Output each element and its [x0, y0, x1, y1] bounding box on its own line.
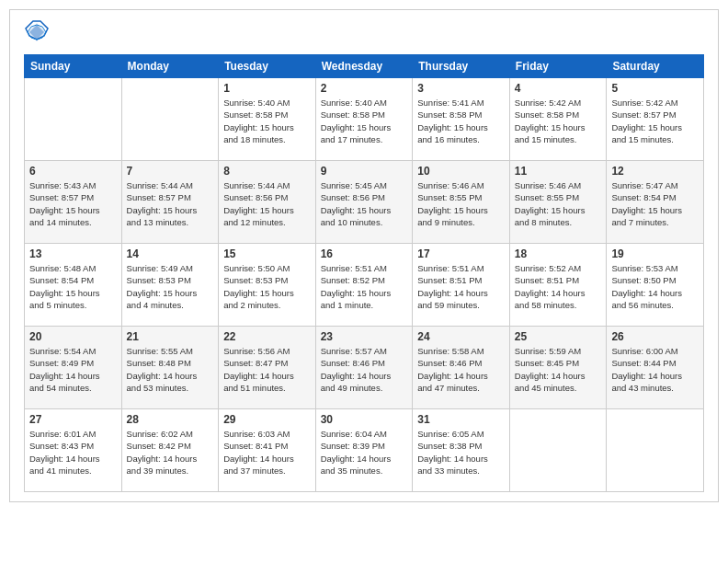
day-number: 2	[321, 82, 408, 95]
calendar-cell: 23Sunrise: 5:57 AMSunset: 8:46 PMDayligh…	[315, 327, 413, 409]
cell-sun-info: Sunrise: 5:51 AMSunset: 8:52 PMDaylight:…	[321, 262, 408, 311]
cell-sun-info: Sunrise: 5:41 AMSunset: 8:58 PMDaylight:…	[417, 97, 505, 145]
calendar-cell: 20Sunrise: 5:54 AMSunset: 8:49 PMDayligh…	[25, 327, 122, 409]
cell-sun-info: Sunrise: 5:44 AMSunset: 8:56 PMDaylight:…	[223, 179, 311, 228]
cell-sun-info: Sunrise: 5:53 AMSunset: 8:50 PMDaylight:…	[611, 262, 699, 311]
calendar-cell	[509, 409, 607, 492]
day-number: 25	[515, 330, 602, 343]
cell-sun-info: Sunrise: 5:55 AMSunset: 8:48 PMDaylight:…	[127, 345, 214, 394]
cell-sun-info: Sunrise: 5:40 AMSunset: 8:58 PMDaylight:…	[223, 97, 311, 145]
calendar-page: Sunday Monday Tuesday Wednesday Thursday…	[9, 9, 719, 502]
day-number: 7	[127, 165, 214, 178]
calendar-cell: 1Sunrise: 5:40 AMSunset: 8:58 PMDaylight…	[219, 78, 316, 161]
cell-sun-info: Sunrise: 5:49 AMSunset: 8:53 PMDaylight:…	[127, 262, 214, 311]
calendar-cell: 29Sunrise: 6:03 AMSunset: 8:41 PMDayligh…	[219, 409, 316, 492]
cell-sun-info: Sunrise: 5:58 AMSunset: 8:46 PMDaylight:…	[417, 345, 505, 394]
calendar-cell: 25Sunrise: 5:59 AMSunset: 8:45 PMDayligh…	[509, 327, 607, 409]
calendar-cell: 4Sunrise: 5:42 AMSunset: 8:58 PMDaylight…	[509, 78, 607, 161]
day-number: 30	[321, 413, 408, 426]
col-tuesday: Tuesday	[219, 55, 316, 78]
calendar-cell: 31Sunrise: 6:05 AMSunset: 8:38 PMDayligh…	[413, 409, 510, 492]
calendar-cell: 19Sunrise: 5:53 AMSunset: 8:50 PMDayligh…	[607, 244, 704, 327]
calendar-cell	[607, 409, 704, 492]
calendar-cell: 21Sunrise: 5:55 AMSunset: 8:48 PMDayligh…	[121, 327, 219, 409]
calendar-cell	[121, 78, 219, 161]
day-number: 28	[127, 413, 214, 426]
day-number: 19	[611, 247, 699, 260]
day-number: 9	[321, 165, 408, 178]
calendar-cell: 30Sunrise: 6:04 AMSunset: 8:39 PMDayligh…	[315, 409, 413, 492]
calendar-week-3: 13Sunrise: 5:48 AMSunset: 8:54 PMDayligh…	[25, 244, 704, 327]
calendar-week-2: 6Sunrise: 5:43 AMSunset: 8:57 PMDaylight…	[25, 161, 704, 244]
calendar-cell: 3Sunrise: 5:41 AMSunset: 8:58 PMDaylight…	[413, 78, 510, 161]
cell-sun-info: Sunrise: 5:47 AMSunset: 8:54 PMDaylight:…	[611, 179, 699, 228]
calendar-cell	[25, 78, 122, 161]
day-number: 8	[223, 165, 311, 178]
cell-sun-info: Sunrise: 5:42 AMSunset: 8:58 PMDaylight:…	[515, 97, 602, 145]
calendar-cell: 14Sunrise: 5:49 AMSunset: 8:53 PMDayligh…	[121, 244, 219, 327]
cell-sun-info: Sunrise: 5:51 AMSunset: 8:51 PMDaylight:…	[417, 262, 505, 311]
day-number: 26	[611, 330, 699, 343]
day-number: 24	[417, 330, 505, 343]
calendar-cell: 13Sunrise: 5:48 AMSunset: 8:54 PMDayligh…	[25, 244, 122, 327]
cell-sun-info: Sunrise: 5:57 AMSunset: 8:46 PMDaylight:…	[321, 345, 408, 394]
logo-icon	[24, 19, 50, 45]
cell-sun-info: Sunrise: 6:01 AMSunset: 8:43 PMDaylight:…	[29, 428, 117, 477]
day-number: 10	[417, 165, 505, 178]
calendar-cell: 8Sunrise: 5:44 AMSunset: 8:56 PMDaylight…	[219, 161, 316, 244]
day-number: 6	[29, 165, 117, 178]
calendar-cell: 2Sunrise: 5:40 AMSunset: 8:58 PMDaylight…	[315, 78, 413, 161]
day-number: 15	[223, 247, 311, 260]
calendar-cell: 27Sunrise: 6:01 AMSunset: 8:43 PMDayligh…	[25, 409, 122, 492]
cell-sun-info: Sunrise: 5:42 AMSunset: 8:57 PMDaylight:…	[611, 97, 699, 145]
col-wednesday: Wednesday	[315, 55, 413, 78]
day-number: 16	[321, 247, 408, 260]
day-number: 12	[611, 165, 699, 178]
cell-sun-info: Sunrise: 5:40 AMSunset: 8:58 PMDaylight:…	[321, 97, 408, 145]
calendar-week-5: 27Sunrise: 6:01 AMSunset: 8:43 PMDayligh…	[25, 409, 704, 492]
calendar-cell: 17Sunrise: 5:51 AMSunset: 8:51 PMDayligh…	[413, 244, 510, 327]
day-number: 18	[515, 247, 602, 260]
day-number: 17	[417, 247, 505, 260]
day-number: 31	[417, 413, 505, 426]
cell-sun-info: Sunrise: 5:43 AMSunset: 8:57 PMDaylight:…	[29, 179, 117, 228]
calendar-cell: 22Sunrise: 5:56 AMSunset: 8:47 PMDayligh…	[219, 327, 316, 409]
day-number: 20	[29, 330, 117, 343]
cell-sun-info: Sunrise: 5:48 AMSunset: 8:54 PMDaylight:…	[29, 262, 117, 311]
cell-sun-info: Sunrise: 6:05 AMSunset: 8:38 PMDaylight:…	[417, 428, 505, 477]
calendar-table: Sunday Monday Tuesday Wednesday Thursday…	[24, 54, 704, 492]
calendar-week-1: 1Sunrise: 5:40 AMSunset: 8:58 PMDaylight…	[25, 78, 704, 161]
header-row: Sunday Monday Tuesday Wednesday Thursday…	[25, 55, 704, 78]
day-number: 13	[29, 247, 117, 260]
col-thursday: Thursday	[413, 55, 510, 78]
day-number: 1	[223, 82, 311, 95]
calendar-cell: 15Sunrise: 5:50 AMSunset: 8:53 PMDayligh…	[219, 244, 316, 327]
cell-sun-info: Sunrise: 5:59 AMSunset: 8:45 PMDaylight:…	[515, 345, 602, 394]
calendar-cell: 6Sunrise: 5:43 AMSunset: 8:57 PMDaylight…	[25, 161, 122, 244]
day-number: 23	[321, 330, 408, 343]
col-sunday: Sunday	[25, 55, 122, 78]
cell-sun-info: Sunrise: 5:44 AMSunset: 8:57 PMDaylight:…	[127, 179, 214, 228]
calendar-cell: 28Sunrise: 6:02 AMSunset: 8:42 PMDayligh…	[121, 409, 219, 492]
logo	[24, 19, 55, 45]
calendar-cell: 12Sunrise: 5:47 AMSunset: 8:54 PMDayligh…	[607, 161, 704, 244]
calendar-cell: 7Sunrise: 5:44 AMSunset: 8:57 PMDaylight…	[121, 161, 219, 244]
header	[24, 19, 704, 45]
day-number: 27	[29, 413, 117, 426]
day-number: 29	[223, 413, 311, 426]
calendar-cell: 26Sunrise: 6:00 AMSunset: 8:44 PMDayligh…	[607, 327, 704, 409]
cell-sun-info: Sunrise: 5:56 AMSunset: 8:47 PMDaylight:…	[223, 345, 311, 394]
day-number: 3	[417, 82, 505, 95]
cell-sun-info: Sunrise: 5:52 AMSunset: 8:51 PMDaylight:…	[515, 262, 602, 311]
cell-sun-info: Sunrise: 6:03 AMSunset: 8:41 PMDaylight:…	[223, 428, 311, 477]
calendar-cell: 16Sunrise: 5:51 AMSunset: 8:52 PMDayligh…	[315, 244, 413, 327]
calendar-cell: 10Sunrise: 5:46 AMSunset: 8:55 PMDayligh…	[413, 161, 510, 244]
col-friday: Friday	[509, 55, 607, 78]
day-number: 11	[515, 165, 602, 178]
cell-sun-info: Sunrise: 5:46 AMSunset: 8:55 PMDaylight:…	[417, 179, 505, 228]
cell-sun-info: Sunrise: 5:45 AMSunset: 8:56 PMDaylight:…	[321, 179, 408, 228]
calendar-week-4: 20Sunrise: 5:54 AMSunset: 8:49 PMDayligh…	[25, 327, 704, 409]
cell-sun-info: Sunrise: 6:04 AMSunset: 8:39 PMDaylight:…	[321, 428, 408, 477]
day-number: 21	[127, 330, 214, 343]
cell-sun-info: Sunrise: 6:00 AMSunset: 8:44 PMDaylight:…	[611, 345, 699, 394]
